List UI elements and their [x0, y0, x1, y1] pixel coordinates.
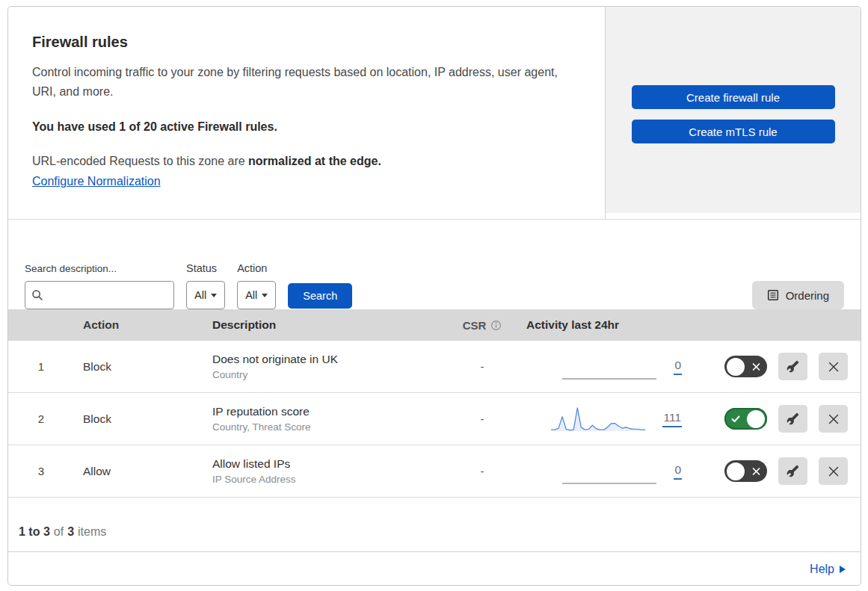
action-label: Action — [237, 262, 276, 274]
firewall-rules-card: Firewall rules Control incoming traffic … — [7, 6, 861, 586]
help-link[interactable]: Help — [810, 563, 846, 576]
rule-description-cell: IP reputation score Country, Threat Scor… — [203, 405, 449, 433]
items-label: items — [78, 525, 106, 539]
search-group: Search description... — [25, 263, 174, 309]
status-selected-value: All — [194, 289, 206, 301]
info-icon[interactable] — [490, 320, 502, 331]
rule-controls — [696, 405, 861, 433]
normalization-line: URL-encoded Requests to this zone are no… — [32, 155, 575, 168]
delete-rule-button[interactable] — [819, 353, 848, 380]
wrench-icon — [787, 412, 799, 425]
rule-description: Allow listed IPs — [212, 457, 449, 471]
enable-rule-toggle[interactable] — [724, 408, 767, 430]
delete-rule-button[interactable] — [819, 405, 848, 433]
action-filter-group: Action All — [237, 262, 276, 309]
csr-value: - — [449, 465, 515, 477]
delete-rule-button[interactable] — [819, 457, 848, 485]
toggle-knob — [727, 462, 745, 480]
configure-normalization-link[interactable]: Configure Normalization — [32, 175, 161, 188]
wrench-icon — [787, 360, 799, 373]
status-select[interactable]: All — [186, 281, 225, 309]
ordering-button[interactable]: Ordering — [752, 281, 844, 309]
x-icon — [828, 466, 839, 477]
normalization-text: URL-encoded Requests to this zone are — [32, 155, 245, 167]
search-icon — [31, 289, 43, 301]
edit-rule-button[interactable] — [778, 405, 807, 433]
toggle-on-check-icon — [731, 415, 740, 423]
action-column-header: Action — [74, 318, 203, 332]
action-select[interactable]: All — [237, 281, 276, 309]
chevron-down-icon — [262, 294, 268, 297]
rule-action: Block — [74, 360, 203, 374]
header-content: Firewall rules Control incoming traffic … — [8, 7, 606, 219]
activity-count-link[interactable]: 0 — [674, 359, 682, 375]
activity-sparkline — [562, 353, 656, 381]
rule-action: Block — [74, 412, 203, 426]
row-priority: 3 — [8, 465, 74, 477]
activity-count-link[interactable]: 111 — [662, 411, 682, 427]
status-filter-group: Status All — [186, 262, 225, 309]
rule-description-cell: Does not originate in UK Country — [203, 353, 449, 380]
help-arrow-icon — [840, 566, 846, 573]
table-row: 2 Block IP reputation score Country, Thr… — [8, 393, 861, 445]
activity-column-header: Activity last 24hr — [515, 318, 696, 332]
activity-count-link[interactable]: 0 — [674, 463, 682, 480]
rule-action: Allow — [74, 465, 203, 478]
rule-description: IP reputation score — [212, 405, 449, 418]
ordering-button-label: Ordering — [786, 289, 829, 302]
activity-cell: 0 — [515, 457, 696, 486]
page-title: Firewall rules — [32, 34, 575, 51]
toggle-knob — [747, 410, 765, 428]
status-label: Status — [186, 262, 225, 274]
edit-rule-button[interactable] — [778, 353, 807, 380]
rule-description-cell: Allow listed IPs IP Source Address — [203, 457, 449, 485]
x-icon — [828, 362, 839, 372]
toggle-off-x-icon — [752, 467, 760, 475]
normalization-bold: normalized at the edge. — [248, 155, 381, 167]
rule-controls — [696, 353, 861, 380]
rule-match-fields: Country, Threat Score — [212, 421, 449, 433]
table-row: 3 Allow Allow listed IPs IP Source Addre… — [8, 445, 861, 498]
activity-cell: 0 — [515, 353, 696, 381]
rule-match-fields: IP Source Address — [212, 474, 449, 485]
search-box[interactable] — [25, 281, 174, 309]
table-header-row: Action Description CSR Activity last 24h… — [8, 309, 861, 341]
edit-rule-button[interactable] — [778, 457, 807, 485]
page-description: Control incoming traffic to your zone by… — [32, 63, 563, 101]
rule-match-fields: Country — [212, 369, 449, 380]
filter-bar: Search description... Status All Action … — [8, 220, 861, 309]
card-footer: Help — [8, 552, 861, 586]
items-summary: 1 to 3 of 3 items — [8, 498, 861, 552]
csr-value: - — [449, 360, 515, 373]
rules-table: Action Description CSR Activity last 24h… — [8, 309, 861, 498]
ordering-list-icon — [767, 289, 779, 301]
chevron-down-icon — [211, 294, 217, 297]
create-mtls-rule-button[interactable]: Create mTLS rule — [632, 120, 835, 143]
create-firewall-rule-button[interactable]: Create firewall rule — [632, 85, 835, 109]
toggle-off-x-icon — [752, 362, 760, 371]
items-total: 3 — [67, 525, 74, 539]
items-range: 1 to 3 — [19, 525, 50, 539]
actions-panel: Create firewall rule Create mTLS rule — [606, 7, 861, 213]
x-icon — [828, 414, 839, 424]
usage-note: You have used 1 of 20 active Firewall ru… — [32, 120, 575, 134]
help-label: Help — [810, 563, 834, 576]
wrench-icon — [787, 465, 799, 477]
csr-value: - — [449, 412, 515, 425]
rule-controls — [696, 457, 861, 485]
search-button[interactable]: Search — [288, 283, 352, 309]
enable-rule-toggle[interactable] — [724, 460, 767, 482]
header-section: Firewall rules Control incoming traffic … — [8, 7, 861, 220]
items-of: of — [54, 525, 64, 539]
row-priority: 2 — [8, 412, 74, 425]
row-priority: 1 — [8, 360, 74, 373]
action-selected-value: All — [245, 289, 257, 301]
toggle-knob — [727, 358, 745, 376]
enable-rule-toggle[interactable] — [724, 356, 767, 377]
description-column-header: Description — [203, 318, 449, 332]
search-input[interactable] — [49, 289, 167, 301]
activity-sparkline — [562, 457, 656, 486]
activity-sparkline — [551, 405, 645, 433]
search-label: Search description... — [25, 263, 174, 274]
csr-column-header: CSR — [449, 319, 515, 332]
